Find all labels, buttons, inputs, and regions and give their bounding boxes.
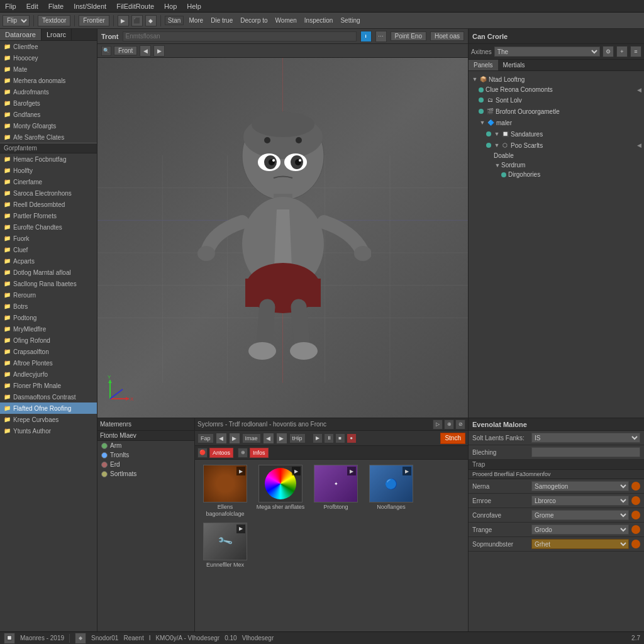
menu-fileditroute[interactable]: FilEditRoute (114, 1, 157, 11)
toolbar-icon-2[interactable]: ⬛ (131, 15, 143, 26)
tl-icon-1[interactable]: ◀ (216, 433, 227, 444)
tree-brofont[interactable]: 🎬 Brofont Ouroorgametle (471, 106, 641, 117)
comp-mrymledflre[interactable]: MryMledflre (0, 323, 97, 335)
menu-inst[interactable]: Inst/Sldent (71, 1, 109, 11)
prop-select-nerna[interactable]: Samogetion (531, 481, 629, 491)
viewport-tab-pointeno[interactable]: Point Eno (391, 31, 426, 41)
prop-orange-btn-trange[interactable] (631, 525, 640, 534)
tree-dirgohories[interactable]: Dirgohories (471, 170, 641, 179)
comp-cluef[interactable]: Cluef (0, 244, 97, 255)
tab-inspection[interactable]: Inspection (302, 16, 336, 25)
antoos-btn[interactable]: Antoos (209, 448, 233, 458)
sidebar-item-hooocey[interactable]: Hooocey (0, 52, 97, 64)
sidebar-item-mate[interactable]: Mate (0, 64, 97, 75)
tab-panels[interactable]: Panels (469, 60, 498, 70)
node-eunnefller[interactable]: 🔧 ▶ Eunnefller Mex (200, 523, 250, 569)
tab-stan[interactable]: Stan (165, 16, 184, 25)
viewport-search[interactable] (123, 31, 357, 42)
menu-hop[interactable]: Hop (162, 1, 179, 11)
comp-rerourn[interactable]: Rerourn (0, 289, 97, 301)
prop-orange-btn-sopmundbster[interactable] (631, 540, 640, 548)
comp-podtong[interactable]: Podtong (0, 312, 97, 323)
render-btn[interactable]: Frontier (79, 15, 109, 26)
infos-btn[interactable]: Infos (250, 448, 269, 458)
node-thumb-btn-3[interactable]: ▶ (347, 467, 356, 475)
comp-krepe[interactable]: Krepe Curvbaes (0, 414, 97, 425)
tl-icon-3[interactable]: ◀ (263, 433, 274, 444)
stop-icon[interactable]: ■ (335, 433, 345, 443)
menu-help[interactable]: Help (184, 1, 204, 11)
menu-flate[interactable]: Flate (46, 1, 66, 11)
mat-arm[interactable]: Arm (97, 441, 194, 450)
tree-sont[interactable]: 🗂 Sont Lolv (471, 94, 641, 106)
comp-fuork[interactable]: Fuork (0, 233, 97, 244)
prop-orange-btn-nerna[interactable] (631, 482, 640, 491)
tree-sordrum[interactable]: ▼ Sordrum (471, 160, 641, 170)
sidebar-item-clientfee[interactable]: Clientfee (0, 41, 97, 52)
3d-viewport[interactable]: X Y (97, 58, 468, 418)
thip-btn[interactable]: tHip (289, 433, 306, 443)
viewport-tab-hoeoas[interactable]: Hoet oas (430, 31, 464, 41)
comp-andlecyjurfo[interactable]: Andlecyjurfo (0, 369, 97, 380)
mat-sortlmats[interactable]: Sortlmats (97, 469, 194, 479)
mat-erd[interactable]: Erd (97, 460, 194, 469)
sub-icon-1[interactable]: 🔴 (197, 448, 208, 458)
node-thumb-btn-1[interactable]: ▶ (236, 467, 245, 475)
comp-hoolfty[interactable]: Hoolfty (0, 165, 97, 176)
sub-icon-2[interactable]: ⊕ (238, 448, 248, 458)
sidebar-item-merhera[interactable]: Merhera donomals (0, 75, 97, 86)
record-icon[interactable]: ● (347, 433, 357, 443)
comp-ytunts[interactable]: Ytunts Author (0, 425, 97, 436)
comp-reell[interactable]: Reell Ddesombted (0, 199, 97, 210)
tree-sandatures[interactable]: ▼ 🔲 Sandatures (471, 128, 641, 140)
next-btn[interactable]: ▶ (153, 45, 165, 57)
node-thumb-btn-2[interactable]: ▶ (292, 467, 301, 475)
tab-mertials[interactable]: Mertials (498, 60, 530, 70)
toolbar-icon-3[interactable]: ◆ (145, 15, 157, 26)
ne-icon-1[interactable]: ▷ (433, 419, 443, 430)
comp-hemac[interactable]: Hemac Focbnutfag (0, 153, 97, 165)
viewport-info-btn[interactable]: i (360, 31, 372, 42)
prop-orange-btn-ernroe[interactable] (631, 496, 640, 505)
comp-aftroe[interactable]: Aftroe Plontes (0, 357, 97, 369)
sidebar-item-audrofmants[interactable]: Audrofmants (0, 86, 97, 97)
scene-add-icon[interactable]: + (616, 46, 628, 57)
sidebar-item-barofgets[interactable]: Barofgets (0, 97, 97, 109)
comp-eurofte[interactable]: Eurofte Chandtes (0, 221, 97, 233)
comp-acparts[interactable]: Acparts (0, 255, 97, 267)
tree-ntad[interactable]: ▼ 📦 Ntad Looftng (471, 74, 641, 85)
tree-clue[interactable]: Clue Reona Conomonts ◀ (471, 85, 641, 94)
scene-expand-icon[interactable]: ≡ (630, 46, 641, 57)
comp-botrs[interactable]: Botrs (0, 301, 97, 312)
imae-btn[interactable]: Imae (242, 433, 261, 443)
tab-die[interactable]: Die true (208, 16, 235, 25)
tl-icon-2[interactable]: ▶ (229, 433, 240, 444)
prop-orange-btn-conrofave[interactable] (631, 511, 640, 519)
node-thumb-btn-4[interactable]: ▶ (402, 467, 411, 475)
node-profbtong[interactable]: ✦ ▶ Profbtong (311, 465, 361, 518)
comp-sacllong[interactable]: Sacllong Rana Ibaetes (0, 278, 97, 289)
prop-input-bleching[interactable]: OC (531, 447, 640, 457)
tree-maler[interactable]: ▼ 🔷 maler (471, 117, 641, 128)
play-icon[interactable]: ▶ (313, 433, 323, 443)
pause-icon[interactable]: ⏸ (324, 433, 334, 443)
comp-cinerfame[interactable]: Cinerfame (0, 176, 97, 187)
comp-flafted[interactable]: Flafted Ofne Roofing (0, 402, 97, 414)
toolbar-icon-1[interactable]: ▶ (118, 15, 129, 26)
sidebar-tab-lroarc[interactable]: Lroarc (42, 29, 72, 40)
menu-flip[interactable]: Flip (3, 1, 19, 11)
ne-icon-2[interactable]: ⊕ (444, 419, 454, 430)
comp-saroca[interactable]: Saroca Electronhons (0, 187, 97, 199)
comp-dotlog[interactable]: Dotlog Marntal afloal (0, 267, 97, 278)
comp-crapsaolfton[interactable]: Crapsaolfton (0, 346, 97, 357)
prop-select-ernroe[interactable]: Lbrorco (531, 496, 629, 506)
scene-dropdown[interactable]: The (494, 47, 600, 57)
comp-dasmaoftons[interactable]: Dasmaoftons Contrast (0, 391, 97, 402)
sidebar-item-gndfanes[interactable]: Gndfanes (0, 109, 97, 120)
mat-tronlts[interactable]: Tronlts (97, 450, 194, 460)
status-icon-2[interactable]: ◆ (75, 633, 86, 644)
menu-edit[interactable]: Edit (24, 1, 41, 11)
prop-select-solt[interactable]: IS (531, 433, 640, 443)
node-ellens[interactable]: ▶ Ellens bagonafolclage (200, 465, 250, 518)
viewport-front-btn[interactable]: Front (114, 46, 137, 55)
